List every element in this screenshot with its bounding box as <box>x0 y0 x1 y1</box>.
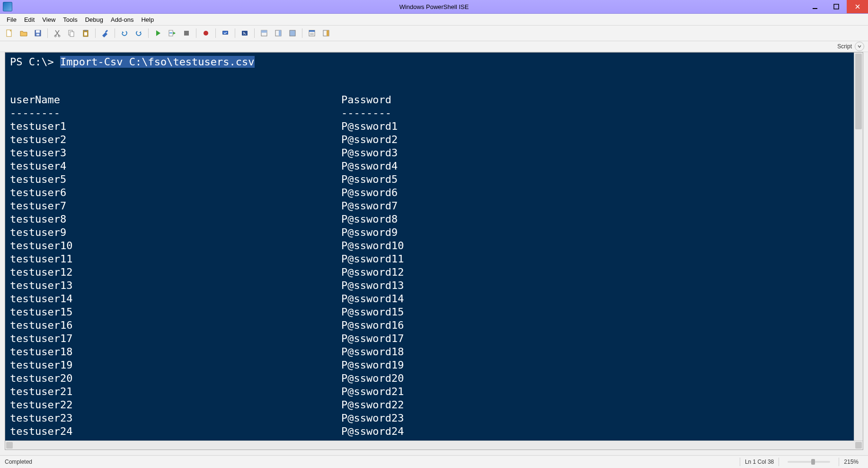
run-selection-icon[interactable] <box>166 27 179 40</box>
svg-rect-24 <box>290 30 295 36</box>
undo-icon[interactable] <box>118 27 131 40</box>
prompt-line: PS C:\> Import-Csv C:\fso\testusers.csv <box>10 55 850 69</box>
output-header-underline: ---------------- <box>10 107 850 120</box>
cursor-position: Ln 1 Col 38 <box>740 458 779 466</box>
output-row: testuser4P@ssword4 <box>10 160 850 173</box>
cell-username: testuser9 <box>10 226 341 239</box>
output-row: testuser21P@ssword21 <box>10 385 850 398</box>
vertical-scrollbar[interactable] <box>854 53 863 441</box>
cell-password: P@ssword8 <box>341 213 398 226</box>
svg-point-16 <box>204 31 208 36</box>
redo-icon[interactable] <box>132 27 145 40</box>
show-script-right-icon[interactable] <box>272 27 285 40</box>
cell-username: testuser7 <box>10 199 341 213</box>
output-row: testuser6P@ssword6 <box>10 186 850 199</box>
window-title: Windows PowerShell ISE <box>399 3 469 10</box>
start-powershell-icon[interactable] <box>238 27 251 40</box>
close-button[interactable] <box>847 0 868 13</box>
paste-icon[interactable] <box>79 27 92 40</box>
output-row: testuser2P@ssword2 <box>10 133 850 146</box>
cell-username: testuser12 <box>10 266 341 279</box>
menu-edit[interactable]: Edit <box>20 15 38 24</box>
svg-rect-5 <box>36 34 39 36</box>
zoom-slider[interactable] <box>788 461 830 463</box>
output-row: testuser16P@ssword16 <box>10 319 850 332</box>
save-icon[interactable] <box>31 27 44 40</box>
minimize-button[interactable] <box>804 0 825 13</box>
output-row: testuser14P@ssword14 <box>10 292 850 306</box>
open-icon[interactable] <box>17 27 30 40</box>
zoom-slider-knob[interactable] <box>811 459 815 465</box>
cell-password: P@ssword16 <box>341 319 404 332</box>
svg-rect-1 <box>834 4 839 9</box>
output-row: testuser24P@ssword24 <box>10 425 850 438</box>
cell-password: P@ssword7 <box>341 199 398 213</box>
cell-username: testuser8 <box>10 213 341 226</box>
cell-username: testuser16 <box>10 319 341 332</box>
cell-password: P@ssword23 <box>341 412 404 425</box>
svg-rect-21 <box>261 30 267 33</box>
cut-icon[interactable] <box>51 27 64 40</box>
svg-rect-23 <box>279 30 281 36</box>
horizontal-scrollbar[interactable] <box>5 441 863 450</box>
menu-view[interactable]: View <box>38 15 59 24</box>
svg-rect-12 <box>84 32 87 36</box>
cell-password: P@ssword6 <box>341 186 398 199</box>
toolbar-separator <box>254 28 255 38</box>
menu-file[interactable]: File <box>3 15 20 24</box>
expand-script-pane-button[interactable] <box>855 42 864 51</box>
svg-rect-15 <box>184 31 189 36</box>
new-file-icon[interactable] <box>3 27 16 40</box>
copy-icon[interactable] <box>65 27 78 40</box>
prompt: PS C:\> <box>10 56 60 68</box>
menu-help[interactable]: Help <box>137 15 158 24</box>
svg-rect-9 <box>70 32 74 36</box>
show-addon-icon[interactable] <box>319 27 333 40</box>
cell-username: testuser1 <box>10 120 341 133</box>
toolbar <box>0 26 868 41</box>
svg-rect-26 <box>309 30 315 32</box>
toolbar-separator <box>115 28 115 38</box>
blank-line <box>10 69 850 82</box>
svg-rect-4 <box>36 30 40 33</box>
cell-username: testuser3 <box>10 146 341 160</box>
menu-bar: FileEditViewToolsDebugAdd-onsHelp <box>0 14 868 26</box>
cell-password: P@ssword24 <box>341 425 404 438</box>
cell-password: P@ssword13 <box>341 279 404 292</box>
output-row: testuser5P@ssword5 <box>10 173 850 186</box>
menu-debug[interactable]: Debug <box>81 15 107 24</box>
cell-password: P@ssword5 <box>341 173 398 186</box>
cell-password: P@ssword18 <box>341 345 404 359</box>
output-row: testuser11P@ssword11 <box>10 252 850 266</box>
output-row: testuser17P@ssword17 <box>10 332 850 345</box>
stop-icon[interactable] <box>180 27 193 40</box>
run-icon[interactable] <box>151 27 165 40</box>
new-remote-tab-icon[interactable] <box>219 27 232 40</box>
cell-username: testuser19 <box>10 359 341 372</box>
toolbar-separator <box>235 28 235 38</box>
cell-username: testuser2 <box>10 133 341 146</box>
output-row: testuser9P@ssword9 <box>10 226 850 239</box>
console-pane-container: PS C:\> Import-Csv C:\fso\testusers.csv … <box>5 52 863 450</box>
show-command-icon[interactable] <box>305 27 319 40</box>
header-username: userName <box>10 93 341 107</box>
cell-username: testuser21 <box>10 385 341 398</box>
cell-username: testuser6 <box>10 186 341 199</box>
clear-icon[interactable] <box>98 27 112 40</box>
cell-password: P@ssword4 <box>341 160 398 173</box>
cell-password: P@ssword15 <box>341 306 404 319</box>
output-row: testuser23P@ssword23 <box>10 412 850 425</box>
scrollbar-thumb[interactable] <box>855 54 862 129</box>
menu-tools[interactable]: Tools <box>59 15 81 24</box>
cell-username: testuser4 <box>10 160 341 173</box>
status-message: Completed <box>5 459 32 465</box>
output-row: testuser7P@ssword7 <box>10 199 850 213</box>
scroll-right-button[interactable] <box>855 442 862 449</box>
scroll-left-button[interactable] <box>6 442 13 449</box>
console-pane[interactable]: PS C:\> Import-Csv C:\fso\testusers.csv … <box>5 53 854 441</box>
show-script-top-icon[interactable] <box>257 27 271 40</box>
show-script-max-icon[interactable] <box>286 27 299 40</box>
menu-addons[interactable]: Add-ons <box>107 15 137 24</box>
breakpoint-icon[interactable] <box>199 27 213 40</box>
maximize-button[interactable] <box>825 0 847 13</box>
